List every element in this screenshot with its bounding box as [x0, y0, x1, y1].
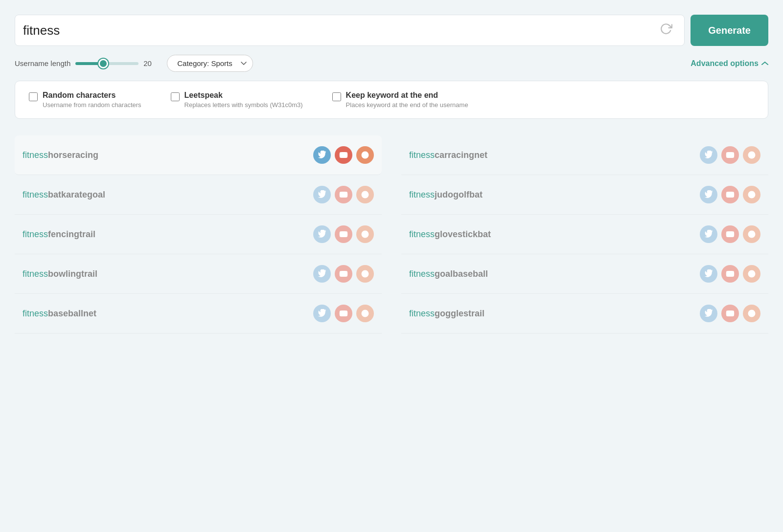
keyword-part: fitness [23, 309, 48, 318]
result-item: fitnessbowlingtrail [15, 254, 382, 294]
leetspeak-option: Leetspeak Replaces letters with symbols … [171, 91, 303, 109]
social-icons [700, 265, 760, 283]
username-text: fitnessbaseballnet [23, 309, 96, 319]
keyword-part: fitness [409, 269, 435, 279]
svg-point-34 [367, 272, 368, 273]
username-text: fitnessjudogolfbat [409, 190, 483, 200]
youtube-icon[interactable] [335, 146, 352, 164]
svg-point-13 [366, 195, 367, 196]
svg-point-4 [367, 154, 368, 155]
svg-point-2 [364, 155, 365, 156]
svg-point-32 [364, 274, 365, 275]
username-text: fitnessbowlingtrail [23, 269, 97, 279]
result-item: fitnesshorseracing [15, 135, 382, 175]
youtube-icon[interactable] [335, 225, 352, 243]
options-row: Username length 20 Category: Sports Cate… [15, 55, 768, 72]
keep-keyword-checkbox[interactable] [332, 92, 341, 101]
reddit-icon[interactable] [743, 186, 760, 203]
twitter-icon[interactable] [700, 305, 717, 322]
social-icons [313, 146, 374, 164]
length-label: Username length [15, 59, 70, 67]
suffix-part: bowlingtrail [48, 269, 97, 279]
social-icons [313, 305, 374, 322]
keyword-part: fitness [23, 190, 48, 200]
youtube-icon[interactable] [335, 186, 352, 203]
twitter-icon[interactable] [313, 225, 331, 243]
svg-point-48 [752, 313, 753, 314]
youtube-icon[interactable] [721, 225, 739, 243]
suffix-part: gogglestrail [435, 309, 484, 318]
reddit-icon[interactable] [356, 265, 374, 283]
twitter-icon[interactable] [700, 186, 717, 203]
reddit-icon[interactable] [356, 305, 374, 322]
youtube-icon[interactable] [721, 305, 739, 322]
svg-point-44 [367, 312, 368, 313]
twitter-icon[interactable] [313, 305, 331, 322]
svg-point-37 [750, 274, 751, 275]
keyword-part: fitness [23, 269, 48, 279]
keyword-part: fitness [409, 229, 435, 239]
keep-keyword-text: Keep keyword at the end Places keyword a… [346, 91, 468, 109]
keyword-part: fitness [409, 190, 435, 200]
reddit-icon[interactable] [356, 186, 374, 203]
social-icons [700, 186, 760, 203]
length-slider[interactable] [75, 62, 138, 65]
result-item: fitnessgogglestrail [401, 294, 768, 333]
category-select[interactable]: Category: Sports Category: Games Categor… [167, 55, 253, 72]
twitter-icon[interactable] [313, 186, 331, 203]
svg-point-12 [364, 195, 365, 196]
social-icons [700, 225, 760, 243]
advanced-options-button[interactable]: Advanced options [691, 59, 768, 68]
reddit-icon[interactable] [356, 146, 374, 164]
svg-point-7 [750, 155, 751, 156]
suffix-part: baseballnet [48, 309, 96, 318]
result-item: fitnessjudogolfbat [401, 175, 768, 215]
search-input[interactable] [23, 23, 656, 38]
keep-keyword-label: Keep keyword at the end [346, 91, 468, 100]
svg-point-8 [752, 155, 753, 156]
youtube-icon[interactable] [721, 146, 739, 164]
suffix-part: batkarategoal [48, 190, 105, 200]
username-text: fitnessglovestickbat [409, 229, 491, 240]
svg-point-24 [367, 233, 368, 234]
keep-keyword-option: Keep keyword at the end Places keyword a… [332, 91, 468, 109]
social-icons [313, 225, 374, 243]
suffix-part: fencingtrail [48, 229, 95, 239]
result-item: fitnessbaseballnet [15, 294, 382, 333]
twitter-icon[interactable] [313, 146, 331, 164]
svg-point-43 [366, 313, 367, 314]
reddit-icon[interactable] [743, 305, 760, 322]
youtube-icon[interactable] [335, 305, 352, 322]
svg-point-38 [752, 274, 753, 275]
social-icons [700, 305, 760, 322]
reddit-icon[interactable] [356, 225, 374, 243]
random-characters-option: Random characters Username from random c… [29, 91, 141, 109]
generate-button[interactable]: Generate [691, 15, 768, 46]
reddit-icon[interactable] [743, 265, 760, 283]
svg-point-19 [754, 193, 755, 194]
keyword-part: fitness [409, 150, 435, 160]
twitter-icon[interactable] [313, 265, 331, 283]
youtube-icon[interactable] [335, 265, 352, 283]
svg-point-22 [364, 234, 365, 235]
twitter-icon[interactable] [700, 225, 717, 243]
twitter-icon[interactable] [700, 265, 717, 283]
reddit-icon[interactable] [743, 225, 760, 243]
keyword-part: fitness [23, 150, 48, 160]
random-characters-checkbox[interactable] [29, 92, 38, 101]
reddit-icon[interactable] [743, 146, 760, 164]
leetspeak-checkbox[interactable] [171, 92, 180, 101]
results-grid: fitnesshorseracing fitnesscarracingnet [15, 135, 768, 333]
leetspeak-desc: Replaces letters with symbols (W31c0m3) [184, 101, 303, 109]
social-icons [313, 186, 374, 203]
youtube-icon[interactable] [721, 186, 739, 203]
twitter-icon[interactable] [700, 146, 717, 164]
refresh-button[interactable] [656, 21, 676, 40]
username-text: fitnessgogglestrail [409, 309, 484, 319]
youtube-icon[interactable] [721, 265, 739, 283]
suffix-part: goalbaseball [435, 269, 488, 279]
result-item: fitnesscarracingnet [401, 135, 768, 175]
username-text: fitnessfencingtrail [23, 229, 95, 240]
svg-point-14 [367, 193, 368, 194]
suffix-part: judogolfbat [435, 190, 483, 200]
